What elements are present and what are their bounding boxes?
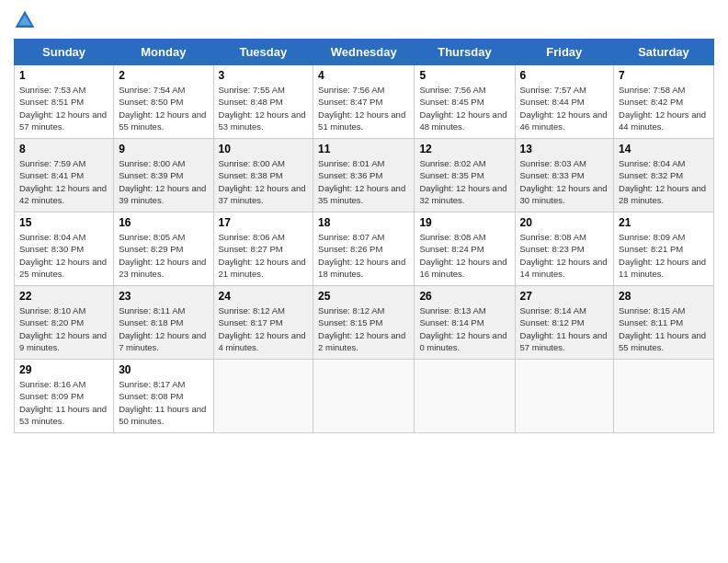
- day-info: Sunrise: 7:59 AM Sunset: 8:41 PM Dayligh…: [19, 157, 108, 206]
- day-number: 28: [619, 290, 709, 303]
- calendar-day-cell: [515, 360, 614, 433]
- calendar-day-cell: 20Sunrise: 8:08 AM Sunset: 8:23 PM Dayli…: [515, 213, 614, 286]
- day-info: Sunrise: 8:17 AM Sunset: 8:08 PM Dayligh…: [119, 378, 208, 427]
- day-number: 11: [318, 143, 409, 155]
- weekday-header: Wednesday: [313, 40, 415, 65]
- day-info: Sunrise: 8:08 AM Sunset: 8:23 PM Dayligh…: [520, 231, 609, 280]
- day-number: 25: [318, 290, 409, 303]
- calendar-day-cell: 14Sunrise: 8:04 AM Sunset: 8:32 PM Dayli…: [614, 139, 714, 213]
- day-number: 23: [119, 290, 208, 303]
- calendar-day-cell: 16Sunrise: 8:05 AM Sunset: 8:29 PM Dayli…: [114, 213, 213, 286]
- day-info: Sunrise: 8:08 AM Sunset: 8:24 PM Dayligh…: [419, 231, 509, 280]
- page-header: [14, 9, 714, 31]
- calendar-day-cell: 5Sunrise: 7:56 AM Sunset: 8:45 PM Daylig…: [415, 65, 515, 139]
- weekday-header: Saturday: [614, 40, 714, 65]
- day-info: Sunrise: 7:56 AM Sunset: 8:47 PM Dayligh…: [318, 84, 409, 132]
- calendar-header: SundayMondayTuesdayWednesdayThursdayFrid…: [15, 40, 714, 65]
- calendar-day-cell: 6Sunrise: 7:57 AM Sunset: 8:44 PM Daylig…: [515, 65, 614, 139]
- calendar-day-cell: 4Sunrise: 7:56 AM Sunset: 8:47 PM Daylig…: [313, 65, 415, 139]
- day-number: 13: [520, 143, 609, 155]
- calendar-day-cell: 9Sunrise: 8:00 AM Sunset: 8:39 PM Daylig…: [114, 139, 213, 213]
- day-number: 6: [520, 69, 609, 82]
- calendar-day-cell: 19Sunrise: 8:08 AM Sunset: 8:24 PM Dayli…: [415, 213, 515, 286]
- calendar-day-cell: 8Sunrise: 7:59 AM Sunset: 8:41 PM Daylig…: [15, 139, 114, 213]
- calendar-day-cell: 1Sunrise: 7:53 AM Sunset: 8:51 PM Daylig…: [15, 65, 114, 139]
- calendar-day-cell: [213, 360, 313, 433]
- calendar-day-cell: 2Sunrise: 7:54 AM Sunset: 8:50 PM Daylig…: [114, 65, 213, 139]
- calendar-day-cell: 7Sunrise: 7:58 AM Sunset: 8:42 PM Daylig…: [614, 65, 714, 139]
- calendar-week-row: 1Sunrise: 7:53 AM Sunset: 8:51 PM Daylig…: [15, 65, 714, 139]
- calendar-day-cell: 11Sunrise: 8:01 AM Sunset: 8:36 PM Dayli…: [313, 139, 415, 213]
- weekday-row: SundayMondayTuesdayWednesdayThursdayFrid…: [15, 40, 714, 65]
- logo-icon: [14, 9, 36, 31]
- day-number: 10: [219, 143, 309, 155]
- calendar-day-cell: 12Sunrise: 8:02 AM Sunset: 8:35 PM Dayli…: [415, 139, 515, 213]
- calendar-day-cell: 30Sunrise: 8:17 AM Sunset: 8:08 PM Dayli…: [114, 360, 213, 433]
- calendar-day-cell: 22Sunrise: 8:10 AM Sunset: 8:20 PM Dayli…: [15, 286, 114, 360]
- day-number: 22: [19, 290, 108, 303]
- calendar-day-cell: 27Sunrise: 8:14 AM Sunset: 8:12 PM Dayli…: [515, 286, 614, 360]
- day-info: Sunrise: 8:09 AM Sunset: 8:21 PM Dayligh…: [619, 231, 709, 280]
- calendar-day-cell: 25Sunrise: 8:12 AM Sunset: 8:15 PM Dayli…: [313, 286, 415, 360]
- day-number: 8: [19, 143, 108, 155]
- calendar-day-cell: 28Sunrise: 8:15 AM Sunset: 8:11 PM Dayli…: [614, 286, 714, 360]
- day-info: Sunrise: 8:07 AM Sunset: 8:26 PM Dayligh…: [318, 231, 409, 280]
- day-info: Sunrise: 8:13 AM Sunset: 8:14 PM Dayligh…: [419, 304, 509, 353]
- calendar-day-cell: 15Sunrise: 8:04 AM Sunset: 8:30 PM Dayli…: [15, 213, 114, 286]
- calendar-day-cell: 29Sunrise: 8:16 AM Sunset: 8:09 PM Dayli…: [15, 360, 114, 433]
- day-info: Sunrise: 7:58 AM Sunset: 8:42 PM Dayligh…: [619, 84, 709, 132]
- calendar-day-cell: 26Sunrise: 8:13 AM Sunset: 8:14 PM Dayli…: [415, 286, 515, 360]
- day-number: 1: [19, 69, 108, 82]
- calendar-week-row: 8Sunrise: 7:59 AM Sunset: 8:41 PM Daylig…: [15, 139, 714, 213]
- day-info: Sunrise: 8:04 AM Sunset: 8:32 PM Dayligh…: [619, 157, 709, 206]
- calendar-body: 1Sunrise: 7:53 AM Sunset: 8:51 PM Daylig…: [15, 65, 714, 433]
- calendar-day-cell: 24Sunrise: 8:12 AM Sunset: 8:17 PM Dayli…: [213, 286, 313, 360]
- day-info: Sunrise: 8:02 AM Sunset: 8:35 PM Dayligh…: [419, 157, 509, 206]
- day-number: 24: [219, 290, 309, 303]
- day-number: 7: [619, 69, 709, 82]
- day-number: 18: [318, 216, 409, 229]
- day-number: 4: [318, 69, 409, 82]
- day-number: 27: [520, 290, 609, 303]
- calendar-week-row: 15Sunrise: 8:04 AM Sunset: 8:30 PM Dayli…: [15, 213, 714, 286]
- calendar-day-cell: 10Sunrise: 8:00 AM Sunset: 8:38 PM Dayli…: [213, 139, 313, 213]
- day-info: Sunrise: 8:11 AM Sunset: 8:18 PM Dayligh…: [119, 304, 208, 353]
- calendar-day-cell: 23Sunrise: 8:11 AM Sunset: 8:18 PM Dayli…: [114, 286, 213, 360]
- day-info: Sunrise: 7:57 AM Sunset: 8:44 PM Dayligh…: [520, 84, 609, 132]
- day-info: Sunrise: 7:54 AM Sunset: 8:50 PM Dayligh…: [119, 84, 208, 132]
- day-info: Sunrise: 7:53 AM Sunset: 8:51 PM Dayligh…: [19, 84, 108, 132]
- calendar-day-cell: 21Sunrise: 8:09 AM Sunset: 8:21 PM Dayli…: [614, 213, 714, 286]
- day-number: 16: [119, 216, 208, 229]
- day-info: Sunrise: 8:16 AM Sunset: 8:09 PM Dayligh…: [19, 378, 108, 427]
- calendar-day-cell: 17Sunrise: 8:06 AM Sunset: 8:27 PM Dayli…: [213, 213, 313, 286]
- day-info: Sunrise: 8:01 AM Sunset: 8:36 PM Dayligh…: [318, 157, 409, 206]
- day-info: Sunrise: 8:12 AM Sunset: 8:15 PM Dayligh…: [318, 304, 409, 353]
- logo: [14, 9, 40, 31]
- day-info: Sunrise: 8:05 AM Sunset: 8:29 PM Dayligh…: [119, 231, 208, 280]
- day-info: Sunrise: 8:00 AM Sunset: 8:39 PM Dayligh…: [119, 157, 208, 206]
- calendar-day-cell: 18Sunrise: 8:07 AM Sunset: 8:26 PM Dayli…: [313, 213, 415, 286]
- day-number: 2: [119, 69, 208, 82]
- calendar-day-cell: 3Sunrise: 7:55 AM Sunset: 8:48 PM Daylig…: [213, 65, 313, 139]
- day-number: 29: [19, 363, 108, 376]
- day-info: Sunrise: 8:15 AM Sunset: 8:11 PM Dayligh…: [619, 304, 709, 353]
- calendar-day-cell: 13Sunrise: 8:03 AM Sunset: 8:33 PM Dayli…: [515, 139, 614, 213]
- day-number: 14: [619, 143, 709, 155]
- calendar-day-cell: [614, 360, 714, 433]
- day-info: Sunrise: 7:55 AM Sunset: 8:48 PM Dayligh…: [219, 84, 309, 132]
- calendar-day-cell: [313, 360, 415, 433]
- day-info: Sunrise: 8:00 AM Sunset: 8:38 PM Dayligh…: [219, 157, 309, 206]
- day-number: 17: [219, 216, 309, 229]
- calendar-week-row: 29Sunrise: 8:16 AM Sunset: 8:09 PM Dayli…: [15, 360, 714, 433]
- day-info: Sunrise: 8:12 AM Sunset: 8:17 PM Dayligh…: [219, 304, 309, 353]
- day-info: Sunrise: 7:56 AM Sunset: 8:45 PM Dayligh…: [419, 84, 509, 132]
- day-number: 9: [119, 143, 208, 155]
- day-info: Sunrise: 8:03 AM Sunset: 8:33 PM Dayligh…: [520, 157, 609, 206]
- day-number: 3: [219, 69, 309, 82]
- day-info: Sunrise: 8:10 AM Sunset: 8:20 PM Dayligh…: [19, 304, 108, 353]
- day-info: Sunrise: 8:06 AM Sunset: 8:27 PM Dayligh…: [219, 231, 309, 280]
- day-number: 12: [419, 143, 509, 155]
- weekday-header: Tuesday: [213, 40, 313, 65]
- day-number: 21: [619, 216, 709, 229]
- calendar-table: SundayMondayTuesdayWednesdayThursdayFrid…: [14, 39, 714, 433]
